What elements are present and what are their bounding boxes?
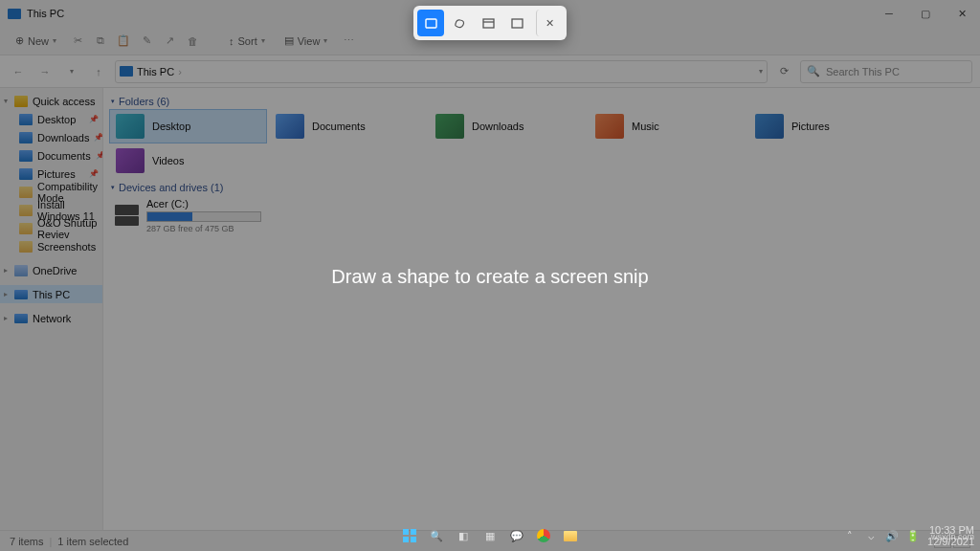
- svg-rect-7: [411, 537, 416, 542]
- snip-close-button[interactable]: ✕: [536, 10, 563, 36]
- rectangular-snip-button[interactable]: [417, 10, 444, 36]
- snipping-toolbar: ✕: [413, 6, 567, 40]
- freeform-snip-button[interactable]: [446, 10, 473, 36]
- start-button[interactable]: [399, 525, 420, 546]
- chrome-button[interactable]: [533, 525, 554, 546]
- window-snip-button[interactable]: [475, 10, 501, 36]
- svg-rect-0: [426, 19, 436, 28]
- snip-hint-text: Draw a shape to create a screen snip: [0, 266, 980, 288]
- volume-icon[interactable]: 🔊: [885, 529, 899, 542]
- taskview-button[interactable]: ◧: [453, 525, 474, 546]
- svg-rect-3: [512, 19, 523, 28]
- watermark: wsxdn.com: [931, 532, 974, 541]
- widgets-button[interactable]: ▦: [479, 525, 501, 546]
- svg-rect-5: [411, 529, 416, 535]
- battery-icon[interactable]: 🔋: [906, 529, 920, 542]
- taskbar: 🔍 ◧ ▦ 💬: [0, 520, 980, 551]
- search-button[interactable]: 🔍: [426, 525, 447, 546]
- svg-rect-4: [403, 529, 409, 535]
- svg-rect-1: [483, 19, 494, 28]
- chat-button[interactable]: 💬: [506, 525, 527, 546]
- wifi-icon[interactable]: ⌵: [864, 529, 878, 542]
- fullscreen-snip-button[interactable]: [503, 10, 530, 36]
- explorer-button[interactable]: [560, 525, 581, 546]
- svg-rect-6: [403, 537, 409, 542]
- tray-chevron-icon[interactable]: ˄: [843, 529, 857, 542]
